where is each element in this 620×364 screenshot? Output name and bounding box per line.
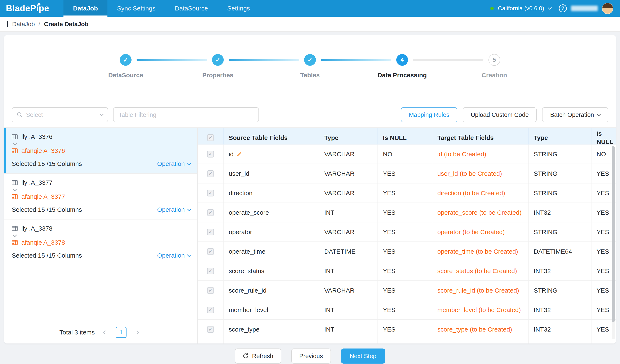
step-label: Tables <box>300 72 320 79</box>
main-nav: DataJob Sync Settings DataSource Setting… <box>63 0 260 17</box>
upload-custom-code-label: Upload Custom Code <box>471 111 529 118</box>
step-creation: 5 Creation <box>488 54 500 102</box>
next-step-button[interactable]: Next Step <box>341 349 385 364</box>
check-icon: ✓ <box>209 171 212 176</box>
user-name-redacted <box>571 6 598 11</box>
nav-tab-settings[interactable]: Settings <box>218 0 260 17</box>
target-type: STRING <box>529 145 591 164</box>
target-field-name: member_level (to be Created) <box>432 300 529 319</box>
breadcrumb: DataJob / Create DataJob <box>0 17 620 32</box>
source-field-name: score_status <box>224 261 319 280</box>
upload-custom-code-button[interactable]: Upload Custom Code <box>463 107 537 122</box>
target-table-icon <box>12 194 18 200</box>
check-icon: ✓ <box>209 308 212 312</box>
chevron-down-icon <box>597 112 601 116</box>
field-row-operator: ✓ operator VARCHAR YES operator (to be C… <box>198 222 616 242</box>
source-table-name: lly .A_3378 <box>21 225 52 232</box>
chevron-down-icon <box>13 233 17 237</box>
pagination-next[interactable] <box>132 327 142 337</box>
table-scrollbar[interactable] <box>612 146 615 339</box>
step-data-processing: 4 Data Processing <box>396 54 408 102</box>
check-icon: ✓ <box>209 269 212 273</box>
select-placeholder: Select <box>26 111 43 118</box>
source-field-name: operate_score <box>224 203 319 222</box>
source-isnull: YES <box>378 242 432 261</box>
step-label: Data Processing <box>377 72 427 79</box>
content-split: lly .A_3376 afanqie A_3376 Selected 15 /… <box>4 127 616 344</box>
source-type: VARCHAR <box>319 164 378 183</box>
source-field-name: member_level <box>224 300 319 319</box>
target-table-name: afanqie A_3378 <box>21 239 65 246</box>
row-checkbox[interactable]: ✓ <box>207 190 214 197</box>
top-navbar: BladePipe DataJob Sync Settings DataSour… <box>0 0 620 17</box>
row-checkbox[interactable]: ✓ <box>207 151 214 157</box>
pagination-prev[interactable] <box>100 327 110 337</box>
table-filter-input[interactable] <box>113 107 259 122</box>
step-label: Properties <box>202 72 233 79</box>
pagination-page-1[interactable]: 1 <box>116 327 126 338</box>
navbar-right: California (v0.6.0) ? <box>490 3 613 14</box>
target-table-name: afanqie A_3377 <box>21 193 65 200</box>
field-row-score-status: ✓ score_status INT YES score_status (to … <box>198 261 616 281</box>
table-item-3376[interactable]: lly .A_3376 afanqie A_3376 Selected 15 /… <box>4 128 197 174</box>
source-field-name: operate_time <box>224 242 319 261</box>
selected-columns-text: Selected 15 /15 Columns <box>12 160 82 167</box>
app-root: BladePipe DataJob Sync Settings DataSour… <box>0 0 620 364</box>
check-icon: ✓ <box>209 152 212 156</box>
operation-link[interactable]: Operation <box>157 252 191 259</box>
operation-label: Operation <box>157 206 185 213</box>
source-field-name: score_type <box>224 320 319 339</box>
row-checkbox[interactable]: ✓ <box>207 326 214 333</box>
row-checkbox[interactable]: ✓ <box>207 268 214 274</box>
table-item-3378[interactable]: lly .A_3378 afanqie A_3378 Selected 15 /… <box>4 219 197 265</box>
chevron-down-icon[interactable] <box>548 6 552 10</box>
step-label: DataSource <box>108 72 143 79</box>
source-type: DATETIME <box>319 242 378 261</box>
chevron-down-icon <box>99 112 104 116</box>
table-scrollbar-thumb[interactable] <box>612 146 615 322</box>
row-checkbox[interactable]: ✓ <box>207 170 214 177</box>
source-type: INT <box>319 261 378 280</box>
step-check-icon: ✓ <box>304 54 316 66</box>
source-field-name: user_id <box>224 164 319 183</box>
region-selector-label[interactable]: California (v0.6.0) <box>498 5 544 12</box>
help-icon[interactable]: ? <box>559 4 567 12</box>
select-dropdown[interactable]: Select <box>12 107 108 122</box>
row-checkbox[interactable]: ✓ <box>207 248 214 255</box>
edit-field-icon[interactable] <box>236 152 242 157</box>
source-isnull: YES <box>378 281 432 300</box>
source-isnull: YES <box>378 320 432 339</box>
breadcrumb-datajob[interactable]: DataJob <box>12 21 35 28</box>
fields-table: ✓ Source Table Fields Type Is NULL Targe… <box>198 128 616 344</box>
chevron-down-icon <box>187 161 191 165</box>
check-icon: ✓ <box>209 230 212 234</box>
selected-columns-text: Selected 15 /15 Columns <box>12 206 82 213</box>
previous-button[interactable]: Previous <box>291 349 331 364</box>
step-properties: ✓ Properties <box>212 54 224 102</box>
operation-link[interactable]: Operation <box>157 206 191 213</box>
row-checkbox[interactable]: ✓ <box>207 229 214 235</box>
batch-operation-button[interactable]: Batch Operation <box>542 107 608 122</box>
select-all-checkbox[interactable]: ✓ <box>207 134 214 141</box>
table-item-3377[interactable]: lly .A_3377 afanqie A_3377 Selected 15 /… <box>4 174 197 219</box>
target-field-name: score_rule_id (to be Created) <box>432 281 529 300</box>
step-check-icon: ✓ <box>120 54 132 66</box>
user-avatar[interactable] <box>602 3 613 14</box>
tables-panel: lly .A_3376 afanqie A_3376 Selected 15 /… <box>4 128 198 344</box>
mapping-rules-button[interactable]: Mapping Rules <box>401 107 457 122</box>
refresh-button[interactable]: Refresh <box>235 349 281 364</box>
row-checkbox[interactable]: ✓ <box>207 287 214 294</box>
field-row-operate-time: ✓ operate_time DATETIME YES operate_time… <box>198 242 616 261</box>
search-icon <box>17 112 23 118</box>
row-checkbox[interactable]: ✓ <box>207 209 214 216</box>
nav-tab-datasource[interactable]: DataSource <box>165 0 217 17</box>
source-type: INT <box>319 320 378 339</box>
tables-pagination: Total 3 items 1 <box>4 321 197 344</box>
nav-tab-sync-settings[interactable]: Sync Settings <box>108 0 165 17</box>
row-checkbox[interactable]: ✓ <box>207 307 214 313</box>
operation-link[interactable]: Operation <box>157 160 191 167</box>
source-isnull: YES <box>378 300 432 319</box>
chevron-down-icon <box>187 207 191 211</box>
source-table-icon <box>12 134 18 140</box>
nav-tab-datajob[interactable]: DataJob <box>63 0 108 17</box>
